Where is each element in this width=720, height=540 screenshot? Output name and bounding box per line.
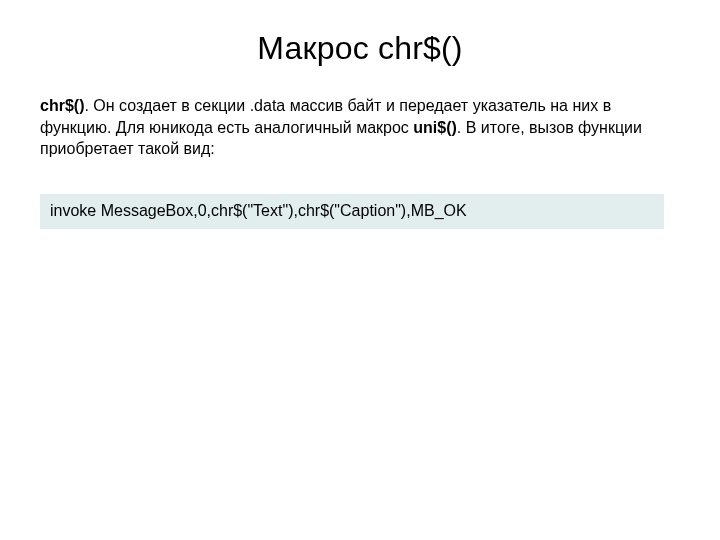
macro-name-uni: uni$() [413,119,457,136]
slide: Макрос chr$() chr$(). Он создает в секци… [0,0,720,540]
slide-title: Макрос chr$() [40,30,680,67]
code-example: invoke MessageBox,0,chr$("Text"),chr$("C… [40,194,664,229]
macro-name-chr: chr$() [40,97,84,114]
description-paragraph: chr$(). Он создает в секции .data массив… [40,95,680,160]
